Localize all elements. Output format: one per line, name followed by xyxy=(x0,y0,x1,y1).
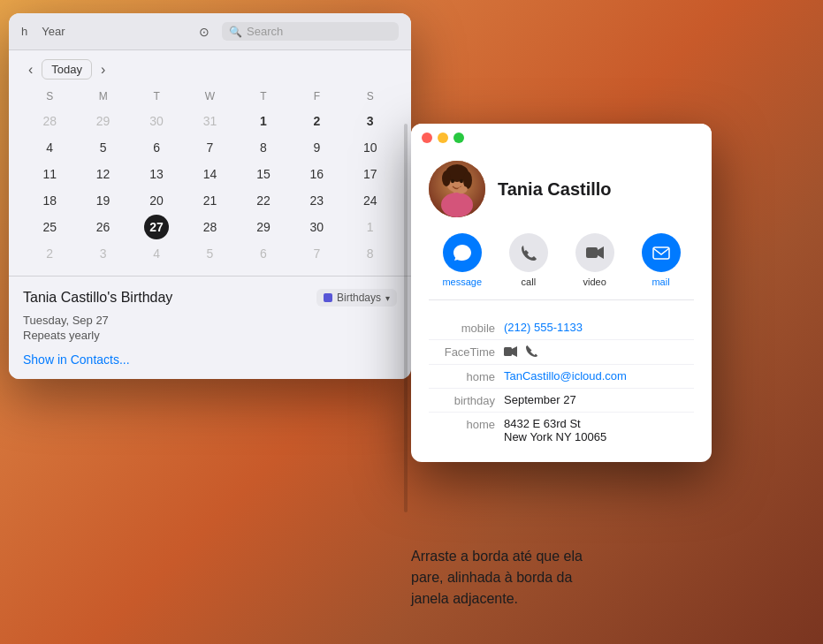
cal-cell[interactable]: 5 xyxy=(91,135,116,160)
cal-cell[interactable]: 8 xyxy=(358,241,383,266)
email-field-row: home TanCastillo@icloud.com xyxy=(429,365,694,389)
cal-cell[interactable]: 25 xyxy=(37,215,62,239)
calendar-tabs: h Year xyxy=(21,25,187,38)
cal-cell[interactable]: 1 xyxy=(358,215,383,239)
address-value: 8432 E 63rd St New York NY 10065 xyxy=(504,417,694,443)
tab-h[interactable]: h xyxy=(21,25,27,38)
email-value[interactable]: TanCastillo@icloud.com xyxy=(504,369,694,383)
cal-cell[interactable]: 3 xyxy=(91,241,116,266)
cal-cell[interactable]: 6 xyxy=(251,241,276,266)
address-line2: New York NY 10065 xyxy=(504,430,694,443)
cal-cell[interactable]: 11 xyxy=(37,162,62,186)
event-date: Tuesday, Sep 27 xyxy=(23,314,397,327)
contact-body: Tania Castillo message call xyxy=(411,152,712,462)
cal-cell[interactable]: 1 xyxy=(251,109,276,133)
drag-border[interactable] xyxy=(404,124,408,512)
birthdays-label: Birthdays xyxy=(337,292,381,304)
minimize-button[interactable] xyxy=(438,133,448,143)
cal-cell[interactable]: 2 xyxy=(37,241,62,266)
cal-cell[interactable]: 4 xyxy=(144,241,169,266)
cal-cell[interactable]: 12 xyxy=(91,162,116,186)
birthdays-badge[interactable]: Birthdays ▾ xyxy=(316,289,397,307)
cal-cell[interactable]: 30 xyxy=(304,215,329,239)
facetime-video-icon[interactable] xyxy=(504,345,518,360)
cal-cell[interactable]: 28 xyxy=(197,215,222,239)
svg-point-3 xyxy=(442,170,451,186)
cal-cell[interactable]: 24 xyxy=(358,188,383,213)
contact-titlebar xyxy=(411,124,712,152)
next-month-button[interactable]: › xyxy=(95,60,110,80)
day-header-s2: S xyxy=(344,88,397,104)
cal-cell[interactable]: 14 xyxy=(197,162,222,186)
cal-cell[interactable]: 30 xyxy=(144,109,169,133)
cal-cell[interactable]: 15 xyxy=(251,162,276,186)
address-line1: 8432 E 63rd St xyxy=(504,417,694,430)
facetime-label: FaceTime xyxy=(429,345,495,359)
cal-cell[interactable]: 9 xyxy=(304,135,329,160)
cal-cell[interactable]: 17 xyxy=(358,162,383,186)
cal-cell[interactable]: 7 xyxy=(197,135,222,160)
cal-cell[interactable]: 29 xyxy=(91,109,116,133)
cal-cell[interactable]: 21 xyxy=(197,188,222,213)
chevron-down-icon: ▾ xyxy=(385,293,390,303)
tab-year[interactable]: Year xyxy=(42,25,65,38)
cal-cell[interactable]: 28 xyxy=(37,109,62,133)
action-buttons: message call video xyxy=(429,233,694,300)
search-bar[interactable]: 🔍 Search xyxy=(222,22,399,41)
cal-cell[interactable]: 20 xyxy=(144,188,169,213)
mail-button[interactable]: mail xyxy=(642,233,681,287)
day-header-t2: T xyxy=(237,88,290,104)
message-button[interactable]: message xyxy=(442,233,482,287)
cal-cell[interactable]: 23 xyxy=(304,188,329,213)
calendar-window: h Year ⊙ 🔍 Search ‹ Today › S M T W T F … xyxy=(9,13,411,379)
cal-cell[interactable]: 8 xyxy=(251,135,276,160)
day-header-m: M xyxy=(76,88,129,104)
birthday-field-row: birthday September 27 xyxy=(429,389,694,413)
cal-cell[interactable]: 22 xyxy=(251,188,276,213)
cal-week-3: 11 12 13 14 15 16 17 xyxy=(23,161,397,187)
mobile-value[interactable]: (212) 555-1133 xyxy=(504,321,694,334)
svg-point-6 xyxy=(441,193,473,217)
prev-month-button[interactable]: ‹ xyxy=(23,60,38,80)
call-label: call xyxy=(522,277,537,287)
birthday-value: September 27 xyxy=(504,393,694,406)
cal-cell-today[interactable]: 27 xyxy=(144,215,169,239)
mobile-label: mobile xyxy=(429,321,495,335)
cal-cell[interactable]: 2 xyxy=(304,109,329,133)
cal-cell[interactable]: 4 xyxy=(37,135,62,160)
event-section: Tania Castillo's Birthday Birthdays ▾ Tu… xyxy=(9,276,411,379)
facetime-field-row: FaceTime xyxy=(429,340,694,365)
cal-cell[interactable]: 19 xyxy=(91,188,116,213)
cal-cell[interactable]: 10 xyxy=(358,135,383,160)
video-button[interactable]: video xyxy=(575,233,614,287)
call-button[interactable]: call xyxy=(509,233,548,287)
cal-cell[interactable]: 26 xyxy=(91,215,116,239)
cal-cell[interactable]: 5 xyxy=(197,241,222,266)
video-label: video xyxy=(583,277,606,287)
cal-cell[interactable]: 13 xyxy=(144,162,169,186)
contact-fields: mobile (212) 555-1133 FaceTime xyxy=(429,316,694,448)
cal-week-2: 4 5 6 7 8 9 10 xyxy=(23,134,397,161)
contact-name: Tania Castillo xyxy=(498,179,612,200)
calendar-nav-header: ‹ Today › xyxy=(9,50,411,85)
mail-icon xyxy=(642,233,681,272)
cal-cell[interactable]: 6 xyxy=(144,135,169,160)
cal-cell[interactable]: 3 xyxy=(358,109,383,133)
today-button[interactable]: Today xyxy=(42,59,92,80)
email-label: home xyxy=(429,369,495,383)
calendar-titlebar: h Year ⊙ 🔍 Search xyxy=(9,13,411,50)
facetime-icons xyxy=(504,345,537,360)
close-button[interactable] xyxy=(422,133,432,143)
contact-window: Tania Castillo message call xyxy=(411,124,712,462)
cal-cell[interactable]: 7 xyxy=(304,241,329,266)
cal-week-5: 25 26 27 28 29 30 1 xyxy=(23,214,397,240)
facetime-phone-icon[interactable] xyxy=(525,345,537,360)
address-field-row: home 8432 E 63rd St New York NY 10065 xyxy=(429,413,694,448)
cal-cell[interactable]: 31 xyxy=(197,109,222,133)
cal-cell[interactable]: 16 xyxy=(304,162,329,186)
share-icon[interactable]: ⊙ xyxy=(199,25,210,39)
cal-cell[interactable]: 29 xyxy=(251,215,276,239)
show-contacts-link[interactable]: Show in Contacts... xyxy=(23,352,397,367)
cal-cell[interactable]: 18 xyxy=(37,188,62,213)
maximize-button[interactable] xyxy=(453,133,464,143)
